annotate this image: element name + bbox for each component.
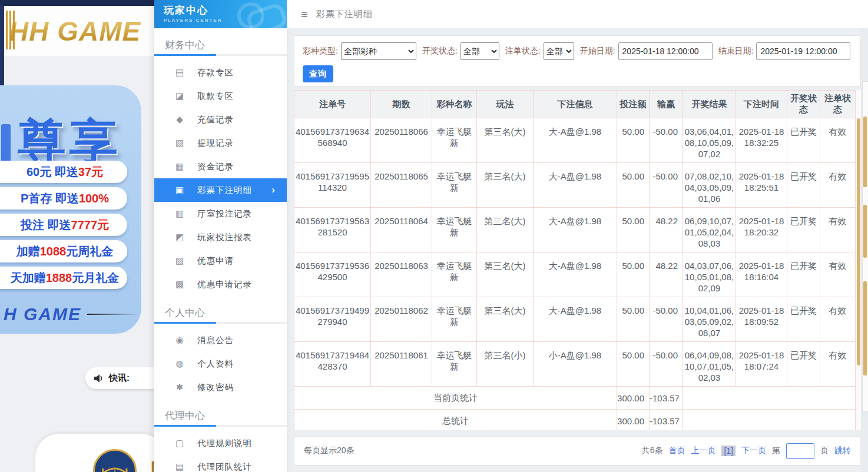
table-cell: 2025-01-18 18:32:25	[736, 118, 787, 163]
bets-table-card: 注单号期数彩种名称玩法下注信息投注额输赢开奖结果下注时间开奖状态注单状态 401…	[294, 90, 861, 430]
table-cell: 401569173719595114320	[294, 163, 371, 208]
order-status-label: 注单状态:	[505, 46, 541, 56]
grand-summary-bet-total: 300.00	[617, 410, 650, 431]
table-cell: 幸运飞艇新	[432, 297, 477, 342]
promo-pill-list: 60元 即送37元P首存 即送100%投注 即送7777元加赠1088元周礼金天…	[0, 161, 141, 293]
sidebar-item-label: 取款专区	[197, 91, 234, 102]
table-cell: 2025-01-18 18:25:51	[736, 163, 787, 208]
gear-icon: ✱	[174, 382, 185, 393]
next-page-link[interactable]: 下一页	[741, 446, 766, 456]
sidebar-item-cashout-records[interactable]: ▧提现记录	[154, 131, 287, 155]
sidebar-section-title: 财务中心	[165, 36, 287, 54]
sidebar-item-profile[interactable]: ◍个人资料	[154, 352, 287, 375]
column-header: 开奖结果	[683, 91, 736, 118]
table-cell: 有效	[820, 252, 856, 297]
draw-status-select[interactable]: 全部	[460, 42, 499, 60]
table-cell: 50.00	[617, 163, 650, 208]
sidebar-item-hall-bet-records[interactable]: ▥厅室投注记录	[154, 202, 287, 225]
scrollbar-thumb[interactable]	[857, 118, 860, 365]
speaker-icon	[94, 374, 104, 383]
sidebar-item-label: 彩票下注明细	[197, 185, 252, 196]
prev-page-link[interactable]: 上一页	[691, 446, 715, 456]
menu-icon[interactable]: ≡	[301, 8, 308, 20]
table-cell: 已开奖	[787, 342, 820, 387]
promo-pill: 加赠1088元周礼金	[0, 240, 127, 262]
sidebar-item-announcements[interactable]: ◉消息公告	[154, 328, 287, 352]
per-page-label: 每页显示20条	[304, 446, 355, 456]
table-cell: 大-A盘@1.98	[534, 163, 617, 208]
grand-summary-row: 总统计 300.00 -103.57	[294, 410, 856, 431]
jump-link[interactable]: 跳转	[834, 446, 851, 456]
pagination-controls: 共6条 首页 上一页 [1] 下一页 第 页 跳转	[642, 443, 851, 459]
report-chart-icon: ◩	[174, 232, 185, 242]
section-underline	[154, 322, 287, 324]
page-summary-label: 当前页统计	[294, 387, 617, 410]
table-cell: 48.22	[650, 252, 683, 297]
table-cell: 已开奖	[787, 118, 820, 163]
sidebar-item-agent-rules[interactable]: ▢代理规则说明	[154, 431, 287, 455]
table-cell: 第三名(大)	[477, 252, 534, 297]
current-page[interactable]: [1]	[721, 446, 736, 456]
table-scrollbar[interactable]	[856, 90, 861, 430]
table-cell: 20250118065	[371, 163, 432, 208]
news-ticker: 快讯:	[85, 367, 154, 389]
sidebar-item-lottery-bet-details[interactable]: ▣彩票下注明细›	[154, 178, 287, 202]
sidebar-item-agent-team-stats[interactable]: ▤代理团队统计	[154, 455, 287, 472]
sidebar-item-deposit[interactable]: ▤存款专区	[154, 61, 287, 84]
page-summary-winloss-total: -103.57	[650, 387, 683, 410]
left-edge-decoration	[0, 6, 4, 88]
hall-list-icon: ▥	[174, 208, 185, 219]
table-cell: 03,06,04,01,08,10,05,09,07,02	[683, 118, 736, 163]
sidebar-item-withdraw[interactable]: ◪取款专区	[154, 84, 287, 108]
table-cell: 04,03,07,06,10,05,01,08,02,09	[683, 252, 736, 297]
page-jump-input[interactable]	[786, 443, 814, 459]
content-header: ≡ 彩票下注明细	[287, 0, 868, 29]
sidebar-item-player-bet-report[interactable]: ◩玩家投注报表	[154, 225, 287, 249]
sidebar-item-label: 充值记录	[197, 114, 234, 125]
table-cell: 小-A盘@1.98	[534, 342, 617, 387]
table-cell: 幸运飞艇新	[432, 163, 477, 208]
pagination-bar: 每页显示20条 共6条 首页 上一页 [1] 下一页 第 页 跳转	[294, 436, 861, 466]
end-date-input[interactable]	[756, 42, 850, 60]
table-cell: 已开奖	[787, 208, 820, 252]
table-cell: 50.00	[617, 118, 650, 163]
start-date-input[interactable]	[618, 42, 713, 60]
money-bag-icon: ◆	[174, 114, 185, 125]
table-cell: 第三名(大)	[477, 118, 534, 163]
table-cell: 401569173719634568940	[294, 118, 371, 163]
jump-suffix: 页	[820, 446, 829, 456]
sidebar-item-label: 个人资料	[197, 358, 234, 370]
sidebar-section-title: 个人中心	[165, 304, 287, 322]
grand-summary-label: 总统计	[294, 410, 617, 431]
order-status-select[interactable]: 全部	[544, 42, 574, 60]
table-cell: 20250118063	[371, 252, 432, 297]
table-cell: 20250118062	[371, 297, 432, 342]
sidebar-item-promo-apply[interactable]: ▨优惠申请	[154, 249, 287, 272]
promo-banner: 尊享 60元 即送37元P首存 即送100%投注 即送7777元加赠1088元周…	[0, 85, 141, 334]
table-cell: 已开奖	[787, 252, 820, 297]
gift-icon: ▨	[174, 255, 185, 266]
page-summary-row: 当前页统计 300.00 -103.57	[294, 387, 856, 410]
promo-footer-logo: H GAME	[4, 304, 81, 324]
sidebar-item-label: 优惠申请记录	[197, 279, 252, 290]
bell-icon: ◉	[174, 335, 185, 345]
search-button[interactable]: 查询	[303, 65, 333, 82]
sidebar-item-promo-apply-records[interactable]: ▩优惠申请记录	[154, 272, 287, 296]
sidebar-item-recharge-records[interactable]: ◆充值记录	[154, 108, 287, 131]
first-page-link[interactable]: 首页	[668, 446, 685, 456]
promo-pill: 天加赠1888元月礼金	[0, 267, 127, 289]
table-cell: 2025-01-18 18:16:04	[736, 252, 787, 297]
page-summary-bet-total: 300.00	[617, 387, 650, 410]
table-cell: 50.00	[617, 208, 650, 252]
sidebar-item-change-password[interactable]: ✱修改密码	[154, 375, 287, 399]
table-cell: 已开奖	[787, 163, 820, 208]
table-header-row: 注单号期数彩种名称玩法下注信息投注额输赢开奖结果下注时间开奖状态注单状态	[294, 91, 856, 118]
person-icon: ◍	[174, 358, 185, 369]
sidebar-item-label: 优惠申请	[197, 255, 234, 267]
peek-gold-decoration	[863, 205, 867, 258]
table-row: 40156917371956328152020250118064幸运飞艇新第三名…	[294, 208, 856, 252]
sidebar-item-fund-records[interactable]: ▦资金记录	[154, 155, 287, 178]
peek-gold-decoration	[863, 281, 867, 375]
lottery-type-select[interactable]: 全部彩种	[341, 42, 416, 60]
table-row: 40156917371948442837020250118061幸运飞艇新第三名…	[294, 342, 856, 387]
